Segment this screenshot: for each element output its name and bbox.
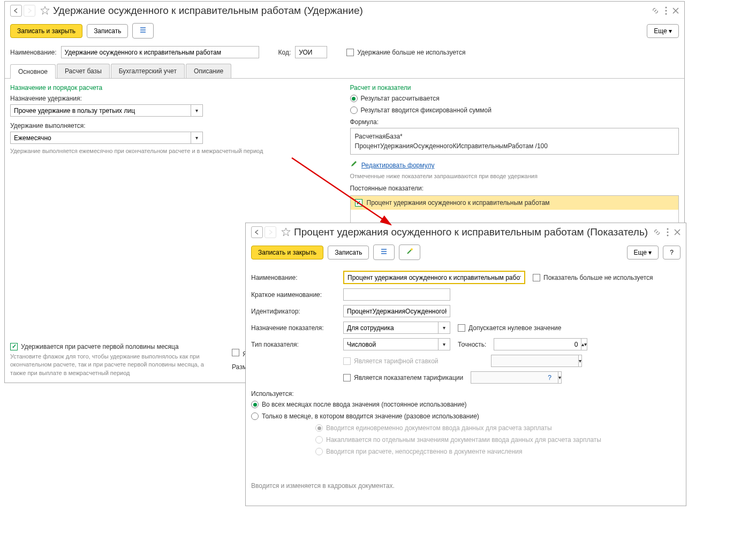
tabbar: Основное Расчет базы Бухгалтерский учет … (5, 64, 684, 79)
tab-accounting[interactable]: Бухгалтерский учет (111, 64, 185, 78)
svg-rect-5 (140, 32, 146, 33)
short-name-label: Краткое наименование: (251, 291, 337, 299)
id-input[interactable] (343, 305, 450, 317)
tariff-indicator-checkbox[interactable]: Является показателем тарификации (343, 374, 463, 381)
link-icon[interactable] (651, 6, 660, 15)
svg-point-0 (666, 7, 667, 9)
svg-rect-4 (140, 29, 146, 30)
precision-spinner[interactable]: ▴▾ (581, 338, 587, 350)
name-input[interactable] (61, 46, 259, 58)
first-half-checkbox[interactable]: Удерживается при расчете первой половины… (10, 343, 179, 350)
first-half-note: Установите флажок для того, чтобы удержа… (10, 353, 214, 377)
tab-base[interactable]: Расчет базы (57, 64, 110, 78)
not-used-label: Удержание больше не используется (357, 49, 465, 56)
purpose-select[interactable] (343, 322, 439, 334)
forward-button-2 (264, 226, 276, 238)
exec-select[interactable] (10, 132, 191, 144)
tariff-help-icon[interactable]: ? (548, 374, 551, 381)
svg-point-2 (666, 13, 667, 15)
back-button-2[interactable] (251, 226, 263, 238)
sub-radio-2: Накапливается по отдельным значениям док… (315, 436, 681, 444)
list-view-button[interactable] (132, 23, 154, 39)
svg-rect-10 (381, 249, 387, 250)
exec-dropdown-button[interactable]: ▾ (191, 132, 203, 144)
save-button-2[interactable]: Записать (328, 246, 369, 259)
name-row: Наименование: Код: Удержание больше не и… (5, 44, 684, 60)
exec-label: Удержание выполняется: (10, 122, 339, 129)
svg-point-13 (411, 248, 413, 250)
svg-rect-3 (140, 27, 146, 28)
indicator-hint: Отмеченные ниже показатели запрашиваются… (350, 172, 679, 180)
tariff-rate-checkbox: Является тарифной ставкой (343, 357, 439, 365)
name-label: Наименование: (10, 49, 57, 56)
type-select[interactable] (343, 338, 439, 350)
radio-fixed[interactable]: Результат вводится фиксированной суммой (350, 106, 679, 114)
tariff-indicator-select (471, 371, 558, 384)
favorite-icon[interactable] (40, 6, 50, 16)
indicator-label: Процент удержания осужденного к исправит… (367, 199, 550, 207)
window-title-2: Процент удержания осужденного к исправит… (294, 226, 648, 238)
titlebar-2: Процент удержания осужденного к исправит… (246, 223, 686, 241)
svg-point-7 (667, 228, 669, 230)
svg-rect-12 (381, 253, 387, 254)
close-icon-2[interactable] (674, 229, 681, 235)
radio-calculated[interactable]: Результат рассчитывается (350, 95, 679, 102)
exec-hint: Удержание выполняется ежемесячно при око… (10, 147, 339, 155)
link-icon-2[interactable] (653, 228, 661, 236)
menu-kebab-icon[interactable] (665, 6, 667, 15)
type-dropdown-button[interactable]: ▾ (439, 338, 450, 350)
name-label-2: Наименование: (251, 274, 337, 281)
code-input[interactable] (295, 46, 327, 58)
pencil-icon (350, 160, 358, 167)
save-button[interactable]: Записать (87, 24, 128, 38)
used-radio-permanent[interactable]: Во всех месяцах после ввода значения (по… (251, 401, 681, 408)
save-close-button[interactable]: Записать и закрыть (10, 24, 82, 38)
assign-label: Назначение удержания: (10, 95, 339, 102)
tab-main[interactable]: Основное (10, 64, 56, 79)
type-label: Тип показателя: (251, 341, 337, 348)
svg-rect-11 (381, 251, 387, 252)
more-button[interactable]: Еще (647, 24, 679, 38)
short-name-input[interactable] (343, 288, 450, 301)
code-label: Код: (278, 49, 291, 56)
purpose-dropdown-button[interactable]: ▾ (439, 322, 450, 334)
more-button-2[interactable]: Еще (627, 246, 659, 259)
magic-wand-button[interactable] (399, 245, 420, 260)
back-button[interactable] (10, 5, 22, 17)
window-title: Удержание осужденного к исправительным р… (53, 5, 363, 17)
id-label: Идентификатор: (251, 308, 337, 315)
calc-section-title: Расчет и показатели (350, 84, 679, 91)
precision-label: Точность: (458, 341, 486, 348)
indicator-checkbox[interactable] (355, 199, 362, 207)
purpose-section-title: Назначение и порядок расчета (10, 84, 339, 91)
toolbar: Записать и закрыть Записать Еще (5, 20, 684, 44)
not-used-checkbox-2[interactable]: Показатель больше не используется (533, 274, 653, 281)
formula-box: РасчетнаяБаза* ПроцентУдержанияОсужденно… (350, 128, 679, 155)
indicator-row[interactable]: Процент удержания осужденного к исправит… (351, 196, 679, 210)
used-radio-once[interactable]: Только в месяце, в котором вводится знач… (251, 412, 681, 420)
favorite-icon-2[interactable] (281, 227, 291, 237)
svg-point-9 (667, 235, 669, 236)
assign-dropdown-button[interactable]: ▾ (191, 104, 203, 117)
const-label: Постоянные показатели: (350, 185, 679, 192)
sub-radio-3: Вводится при расчете, непосредственно в … (315, 448, 681, 455)
tab-description[interactable]: Описание (186, 64, 231, 78)
forward-button (24, 5, 35, 17)
titlebar: Удержание осужденного к исправительным р… (5, 2, 684, 20)
tariff-rate-select (491, 355, 579, 367)
indicator-window: Процент удержания осужденного к исправит… (245, 223, 686, 506)
help-button[interactable]: ? (663, 246, 681, 259)
name-input-2[interactable] (343, 271, 525, 284)
formula-label: Формула: (350, 118, 679, 126)
menu-kebab-icon-2[interactable] (667, 228, 669, 236)
footer-note-2: Вводится и изменяется в кадровых докумен… (251, 477, 681, 495)
edit-formula-link[interactable]: Редактировать формулу (361, 162, 435, 169)
save-close-button-2[interactable]: Записать и закрыть (251, 246, 323, 259)
list-view-button-2[interactable] (373, 245, 395, 260)
precision-input[interactable] (494, 338, 581, 350)
svg-point-8 (667, 232, 669, 233)
allow-zero-checkbox[interactable]: Допускается нулевое значение (458, 324, 561, 332)
not-used-checkbox[interactable]: Удержание больше не используется (346, 49, 465, 56)
assign-select[interactable] (10, 104, 191, 117)
close-icon[interactable] (672, 7, 679, 14)
